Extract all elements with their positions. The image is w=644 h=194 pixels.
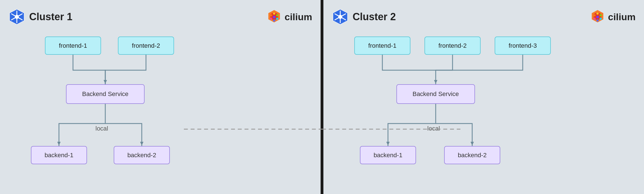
svg-point-1 [15, 15, 19, 19]
cluster-1-backend-2: backend-2 [114, 146, 170, 164]
cluster-1-backend-1: backend-1 [31, 146, 87, 164]
cluster-2-backend-service: Backend Service [396, 84, 475, 104]
cluster-2-title: Cluster 2 [353, 11, 396, 23]
cluster-2-title-group: Cluster 2 [332, 8, 396, 25]
cluster-2-panel: Cluster 2 cilium [323, 0, 644, 194]
cluster-1-cilium-logo: cilium [266, 9, 312, 25]
svg-point-16 [273, 15, 275, 18]
cluster-divider [321, 0, 323, 194]
svg-marker-18 [57, 142, 61, 145]
svg-marker-17 [104, 80, 107, 84]
cluster-2-frontend-1: frontend-1 [354, 36, 410, 55]
cluster-2-cilium-logo: cilium [590, 9, 636, 25]
cluster-1-diagram: frontend-1 frontend-2 Backend Service lo… [8, 36, 312, 186]
svg-marker-19 [140, 142, 143, 145]
cluster-1-backend-service: Backend Service [66, 84, 145, 104]
svg-point-33 [596, 19, 599, 21]
cilium-label-2: cilium [608, 12, 636, 22]
svg-point-32 [599, 17, 602, 20]
svg-point-34 [593, 17, 595, 20]
svg-point-30 [596, 12, 599, 15]
svg-point-10 [273, 12, 275, 15]
svg-point-31 [599, 14, 602, 16]
cluster-2-diagram: frontend-1 frontend-2 frontend-3 Backend… [332, 36, 636, 186]
cluster-1-header: Cluster 1 cilium [8, 8, 312, 25]
svg-point-12 [276, 17, 278, 20]
cluster-2-backend-1: backend-1 [360, 146, 416, 164]
svg-marker-38 [386, 142, 390, 145]
svg-point-11 [276, 14, 278, 16]
cluster-1-panel: Cluster 1 cilium [0, 0, 321, 194]
svg-point-21 [338, 15, 342, 19]
cluster-1-frontend-1: frontend-1 [45, 36, 101, 55]
svg-point-13 [273, 19, 275, 21]
svg-marker-39 [471, 142, 474, 145]
cluster-1-title-group: Cluster 1 [8, 8, 72, 25]
cilium-label-1: cilium [285, 12, 312, 22]
svg-point-14 [270, 17, 272, 20]
cilium-icon-2 [590, 9, 605, 25]
kubernetes-icon-2 [332, 8, 349, 25]
kubernetes-icon [8, 8, 25, 25]
cluster-2-frontend-2: frontend-2 [424, 36, 481, 55]
cluster-1-frontend-2: frontend-2 [118, 36, 174, 55]
cluster-1-title: Cluster 1 [29, 11, 72, 23]
svg-point-35 [593, 14, 595, 16]
cluster-2-frontend-3: frontend-3 [495, 36, 551, 55]
cluster-1-local-label: local [95, 125, 108, 132]
svg-point-36 [596, 15, 599, 18]
cluster-2-local-label: local [427, 125, 440, 132]
cilium-icon [266, 9, 282, 25]
cluster-2-header: Cluster 2 cilium [332, 8, 636, 25]
svg-marker-37 [434, 80, 437, 84]
cluster-2-backend-2: backend-2 [444, 146, 500, 164]
svg-point-15 [270, 14, 272, 16]
